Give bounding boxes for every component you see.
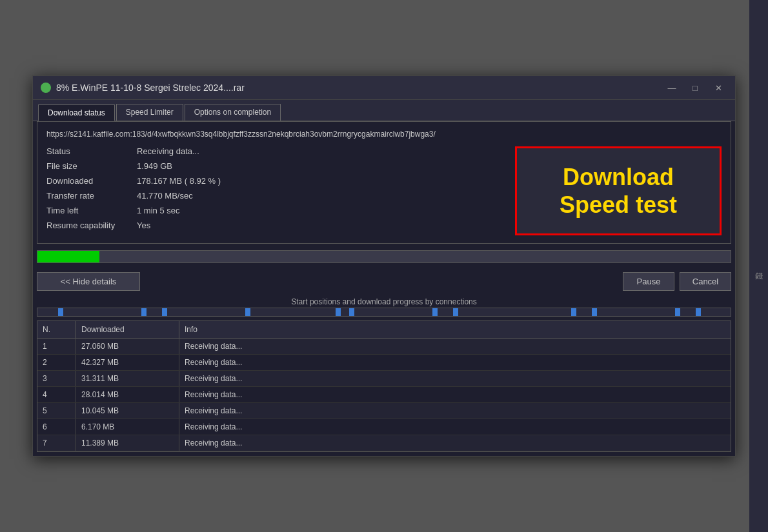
- tab-download-status[interactable]: Download status: [38, 104, 115, 121]
- status-value: Receiving data...: [137, 146, 199, 156]
- speed-test-box[interactable]: Download Speed test: [515, 146, 722, 235]
- status-label: Status: [46, 146, 137, 156]
- connections-bar: [37, 308, 731, 317]
- speed-test-text: Download Speed test: [560, 163, 677, 219]
- connection-marker: [675, 308, 680, 316]
- td-downloaded: 31.311 MB: [76, 371, 179, 386]
- info-grid: Status Receiving data... File size 1.949…: [46, 146, 722, 235]
- connection-marker: [696, 308, 701, 316]
- connection-marker: [432, 308, 438, 316]
- table-row: 7 11.389 MB Receiving data...: [37, 435, 731, 451]
- col-header-info: Info: [179, 321, 731, 338]
- cancel-button[interactable]: Cancel: [680, 272, 731, 291]
- time-left-label: Time left: [46, 206, 137, 215]
- td-info: Receiving data...: [179, 435, 731, 451]
- td-info: Receiving data...: [179, 339, 731, 354]
- td-info: Receiving data...: [179, 403, 731, 419]
- td-downloaded: 28.014 MB: [76, 387, 179, 402]
- table-row: 4 28.014 MB Receiving data...: [37, 387, 731, 403]
- td-n: 6: [37, 419, 76, 435]
- table-row: 3 31.311 MB Receiving data...: [37, 371, 731, 387]
- table-row: 2 42.327 MB Receiving data...: [37, 355, 731, 371]
- transfer-rate-value: 41.770 MB/sec: [137, 191, 193, 201]
- connection-marker: [141, 308, 147, 316]
- td-n: 5: [37, 403, 76, 419]
- td-downloaded: 6.170 MB: [76, 419, 179, 435]
- tab-options-completion[interactable]: Options on completion: [185, 104, 281, 121]
- connection-marker: [336, 308, 341, 316]
- td-n: 7: [37, 435, 76, 451]
- transfer-rate-label: Transfer rate: [46, 191, 137, 201]
- title-controls: — □ ✕: [663, 81, 727, 94]
- title-bar-left: 8% E.WinPE 11-10-8 Sergei Strelec 2024..…: [41, 83, 245, 93]
- connections-label: Start positions and download progress by…: [37, 297, 731, 306]
- time-left-value: 1 min 5 sec: [137, 206, 179, 215]
- td-info: Receiving data...: [179, 419, 731, 435]
- title-bar: 8% E.WinPE 11-10-8 Sergei Strelec 2024..…: [33, 76, 735, 100]
- button-row: << Hide details Pause Cancel: [33, 268, 735, 295]
- td-info: Receiving data...: [179, 387, 731, 402]
- connection-marker: [58, 308, 63, 316]
- td-info: Receiving data...: [179, 355, 731, 370]
- maximize-button[interactable]: □: [686, 81, 704, 94]
- downloaded-label: Downloaded: [46, 176, 137, 186]
- minimize-button[interactable]: —: [663, 81, 681, 94]
- download-url: https://s2141.katfile.com:183/d/4xwfbqkk…: [46, 130, 722, 139]
- table-header: N. Downloaded Info: [37, 321, 731, 339]
- connection-marker: [349, 308, 354, 316]
- progress-bar: [37, 251, 99, 262]
- progress-container: [37, 250, 731, 263]
- status-row: Status Receiving data...: [46, 146, 489, 156]
- tab-speed-limiter[interactable]: Speed Limiter: [116, 104, 183, 121]
- resume-row: Resume capability Yes: [46, 221, 489, 230]
- resume-label: Resume capability: [46, 221, 137, 230]
- table-row: 1 27.060 MB Receiving data...: [37, 339, 731, 355]
- td-downloaded: 10.045 MB: [76, 403, 179, 419]
- td-n: 4: [37, 387, 76, 402]
- table-body[interactable]: 1 27.060 MB Receiving data... 2 42.327 M…: [37, 339, 731, 451]
- td-n: 1: [37, 339, 76, 354]
- hide-details-button[interactable]: << Hide details: [37, 272, 140, 291]
- connection-marker: [162, 308, 167, 316]
- col-header-n: N.: [37, 321, 76, 338]
- downloaded-row: Downloaded 178.167 MB ( 8.92 % ): [46, 176, 489, 186]
- connections-table: N. Downloaded Info 1 27.060 MB Receiving…: [37, 320, 731, 452]
- filesize-value: 1.949 GB: [137, 161, 172, 171]
- time-left-row: Time left 1 min 5 sec: [46, 206, 489, 215]
- filesize-row: File size 1.949 GB: [46, 161, 489, 171]
- table-row: 6 6.170 MB Receiving data...: [37, 419, 731, 435]
- filesize-label: File size: [46, 161, 137, 171]
- td-n: 2: [37, 355, 76, 370]
- connection-marker: [571, 308, 576, 316]
- connection-marker: [245, 308, 250, 316]
- td-n: 3: [37, 371, 76, 386]
- app-icon: [41, 83, 51, 93]
- window-title: 8% E.WinPE 11-10-8 Sergei Strelec 2024..…: [56, 83, 245, 93]
- connection-marker: [453, 308, 458, 316]
- td-info: Receiving data...: [179, 371, 731, 386]
- tab-bar: Download status Speed Limiter Options on…: [33, 100, 735, 121]
- downloaded-value: 178.167 MB ( 8.92 % ): [137, 176, 221, 186]
- transfer-rate-row: Transfer rate 41.770 MB/sec: [46, 191, 489, 201]
- resume-value: Yes: [137, 221, 150, 230]
- table-row: 5 10.045 MB Receiving data...: [37, 403, 731, 419]
- td-downloaded: 11.389 MB: [76, 435, 179, 451]
- td-downloaded: 42.327 MB: [76, 355, 179, 370]
- main-window: 8% E.WinPE 11-10-8 Sergei Strelec 2024..…: [32, 75, 736, 457]
- pause-button[interactable]: Pause: [623, 272, 674, 291]
- connection-marker: [592, 308, 597, 316]
- side-panel: 錢: [749, 0, 768, 532]
- col-header-downloaded: Downloaded: [76, 321, 179, 338]
- td-downloaded: 27.060 MB: [76, 339, 179, 354]
- close-button[interactable]: ✕: [709, 81, 727, 94]
- info-left: Status Receiving data... File size 1.949…: [46, 146, 489, 235]
- main-content: https://s2141.katfile.com:183/d/4xwfbqkk…: [37, 121, 731, 244]
